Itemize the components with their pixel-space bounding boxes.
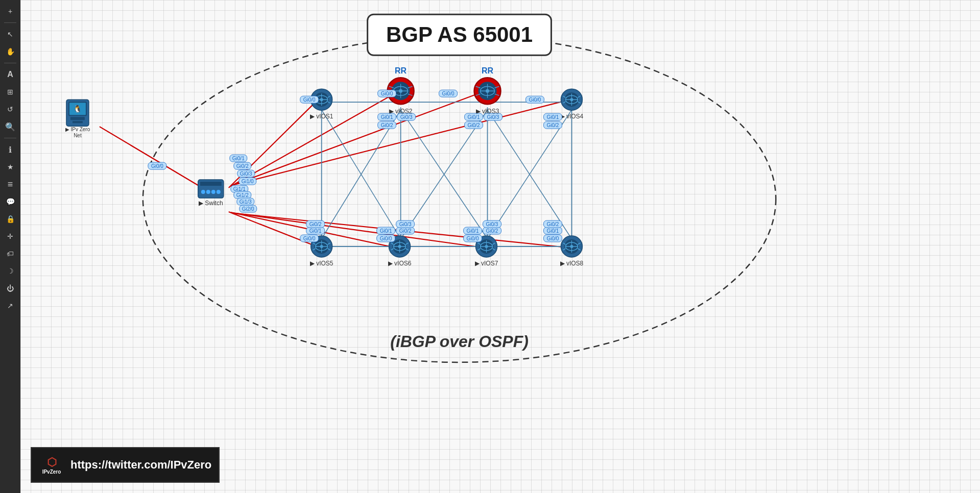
svg-text:Gi0/3: Gi0/3 bbox=[240, 171, 252, 177]
chat-icon[interactable]: 💬 bbox=[3, 194, 17, 209]
divider-2 bbox=[4, 63, 16, 63]
svg-text:BGP AS 65001: BGP AS 65001 bbox=[386, 22, 533, 46]
svg-text:Gi0/0: Gi0/0 bbox=[442, 91, 455, 96]
svg-line-12 bbox=[100, 127, 208, 191]
watermark-logo: ⬡ IPvZero bbox=[39, 452, 64, 478]
svg-text:Gi0/1: Gi0/1 bbox=[467, 228, 479, 234]
divider-3 bbox=[4, 138, 16, 138]
canvas-area[interactable]: BGP AS 65001 (iBGP over OSPF) bbox=[20, 0, 980, 493]
sidebar: + ↖ ✋ A ⊞ ↺ 🔍 ℹ ★ ≡ 💬 🔒 ✛ 🏷 ☽ ⏻ ↗ bbox=[0, 0, 20, 493]
svg-text:Gi1/0: Gi1/0 bbox=[242, 179, 254, 184]
svg-point-40 bbox=[206, 190, 210, 194]
layers-icon[interactable]: ≡ bbox=[3, 177, 17, 191]
svg-text:Gi0/1: Gi0/1 bbox=[547, 114, 559, 120]
svg-rect-38 bbox=[200, 182, 222, 186]
svg-text:Gi0/1: Gi0/1 bbox=[309, 228, 322, 234]
svg-text:Gi1/2: Gi1/2 bbox=[236, 192, 249, 198]
switch-node[interactable]: ▶ Switch bbox=[198, 180, 224, 207]
svg-text:Gi0/2: Gi0/2 bbox=[381, 122, 393, 128]
svg-text:RR: RR bbox=[395, 66, 407, 75]
svg-text:Gi0/0: Gi0/0 bbox=[467, 236, 479, 241]
grid-icon[interactable]: ⊞ bbox=[3, 85, 17, 99]
svg-text:Gi0/2: Gi0/2 bbox=[468, 122, 480, 128]
svg-text:Gi1/3: Gi1/3 bbox=[240, 199, 252, 205]
svg-text:Gi0/1: Gi0/1 bbox=[468, 114, 480, 120]
watermark: ⬡ IPvZero https://twitter.com/IPvZero bbox=[31, 447, 220, 483]
svg-text:Gi0/2: Gi0/2 bbox=[236, 163, 249, 169]
export-icon[interactable]: ↗ bbox=[3, 299, 17, 313]
svg-point-41 bbox=[211, 190, 216, 194]
svg-text:Gi0/1: Gi0/1 bbox=[232, 156, 245, 161]
svg-point-42 bbox=[217, 190, 221, 194]
text-icon[interactable]: A bbox=[3, 67, 17, 82]
svg-text:▶ vIOS4: ▶ vIOS4 bbox=[560, 113, 584, 120]
svg-point-39 bbox=[201, 190, 205, 194]
svg-text:Gi0/0: Gi0/0 bbox=[151, 163, 163, 169]
svg-text:▶ vIOS6: ▶ vIOS6 bbox=[388, 260, 412, 267]
svg-text:Gi0/0: Gi0/0 bbox=[303, 236, 316, 241]
topology-svg: BGP AS 65001 (iBGP over OSPF) bbox=[20, 0, 980, 493]
watermark-logo-symbol: ⬡ bbox=[47, 456, 57, 469]
watermark-logo-text: IPvZero bbox=[42, 469, 61, 475]
refresh-icon[interactable]: ↺ bbox=[3, 102, 17, 116]
svg-text:▶ vIOS5: ▶ vIOS5 bbox=[310, 260, 333, 267]
svg-text:Gi0/0: Gi0/0 bbox=[547, 236, 559, 241]
svg-line-6 bbox=[232, 93, 480, 185]
svg-text:Gi0/1: Gi0/1 bbox=[381, 114, 393, 120]
svg-rect-34 bbox=[73, 121, 83, 123]
svg-rect-33 bbox=[70, 117, 85, 120]
divider-1 bbox=[4, 22, 16, 23]
svg-text:Gi0/0: Gi0/0 bbox=[381, 91, 393, 96]
moon-icon[interactable]: ☽ bbox=[3, 264, 17, 278]
cursor-icon[interactable]: ↖ bbox=[3, 27, 17, 41]
svg-text:RR: RR bbox=[482, 66, 494, 75]
vios4-node[interactable]: ▶ vIOS4 bbox=[560, 89, 584, 120]
svg-line-5 bbox=[231, 94, 393, 186]
svg-text:Gi0/3: Gi0/3 bbox=[486, 221, 498, 227]
svg-text:Gi0/2: Gi0/2 bbox=[309, 221, 322, 227]
svg-text:Gi0/1: Gi0/1 bbox=[547, 228, 559, 234]
svg-text:Gi0/0: Gi0/0 bbox=[529, 97, 541, 103]
svg-text:Gi2/0: Gi2/0 bbox=[242, 206, 254, 212]
star-icon[interactable]: ★ bbox=[3, 160, 17, 174]
info-icon[interactable]: ℹ bbox=[3, 142, 17, 157]
lock-icon[interactable]: 🔒 bbox=[3, 212, 17, 226]
svg-text:Gi1/1: Gi1/1 bbox=[233, 186, 246, 192]
svg-line-10 bbox=[233, 213, 479, 247]
svg-text:▶ vIOS7: ▶ vIOS7 bbox=[475, 260, 498, 267]
svg-text:Gi0/2: Gi0/2 bbox=[547, 221, 559, 227]
svg-text:Gi0/3: Gi0/3 bbox=[400, 114, 413, 120]
svg-text:Gi0/0: Gi0/0 bbox=[380, 236, 392, 241]
add-icon[interactable]: + bbox=[3, 4, 17, 18]
crosshair-icon[interactable]: ✛ bbox=[3, 229, 17, 243]
svg-text:Net: Net bbox=[74, 133, 82, 138]
vios3-rr-node[interactable]: ▶ vIOS3 RR bbox=[474, 66, 501, 115]
svg-text:▶ Switch: ▶ Switch bbox=[199, 200, 223, 207]
ipvzero-net-node[interactable]: 🐧 ▶ IPv Zero Net bbox=[65, 100, 90, 138]
svg-text:Gi0/2: Gi0/2 bbox=[399, 228, 412, 234]
hand-icon[interactable]: ✋ bbox=[3, 44, 17, 59]
power-icon[interactable]: ⏻ bbox=[3, 281, 17, 295]
svg-text:Gi0/0: Gi0/0 bbox=[303, 97, 316, 103]
svg-text:Gi0/3: Gi0/3 bbox=[487, 114, 499, 120]
svg-text:Gi0/2: Gi0/2 bbox=[486, 228, 498, 234]
svg-text:(iBGP over OSPF): (iBGP over OSPF) bbox=[390, 332, 529, 351]
svg-text:▶ vIOS1: ▶ vIOS1 bbox=[310, 113, 333, 120]
svg-text:Gi0/1: Gi0/1 bbox=[380, 228, 392, 234]
svg-text:▶ IPv Zero: ▶ IPv Zero bbox=[65, 127, 90, 132]
vios8-node[interactable]: ▶ vIOS8 bbox=[560, 236, 584, 267]
svg-text:▶ vIOS8: ▶ vIOS8 bbox=[560, 260, 584, 267]
vios1-node[interactable]: ▶ vIOS1 bbox=[310, 89, 333, 120]
svg-text:Gi0/3: Gi0/3 bbox=[399, 221, 412, 227]
zoom-in-icon[interactable]: 🔍 bbox=[3, 119, 17, 134]
tag-icon[interactable]: 🏷 bbox=[3, 246, 17, 261]
watermark-url: https://twitter.com/IPvZero bbox=[70, 458, 211, 472]
svg-text:🐧: 🐧 bbox=[73, 105, 82, 113]
svg-text:Gi0/2: Gi0/2 bbox=[547, 122, 559, 128]
